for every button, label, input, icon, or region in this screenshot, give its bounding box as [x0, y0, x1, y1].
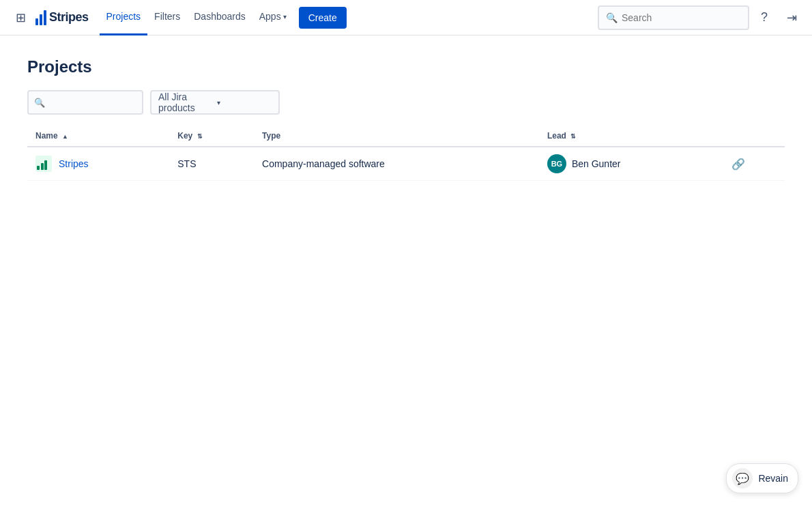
- projects-table: Name ▲ Key ⇅ Type Lead ⇅: [27, 126, 785, 181]
- user-profile-button[interactable]: ⇥: [779, 5, 804, 30]
- filter-row: 🔍 All Jira products ▾: [27, 90, 785, 115]
- cell-name: Stripes: [27, 147, 169, 181]
- filter-search-icon: 🔍: [34, 98, 45, 108]
- apps-grid-icon[interactable]: ⊞: [8, 5, 33, 30]
- cell-link-icon: 🔗: [723, 147, 785, 181]
- search-bar[interactable]: 🔍: [598, 5, 749, 30]
- nav-link-dashboards[interactable]: Dashboards: [187, 0, 252, 35]
- product-filter-dropdown[interactable]: All Jira products ▾: [150, 90, 280, 115]
- nav-link-filters[interactable]: Filters: [147, 0, 187, 35]
- project-icon: [35, 156, 52, 172]
- user-icon: ⇥: [787, 10, 797, 25]
- navbar: ⊞ Stripes Projects Filters Dashboards Ap…: [0, 0, 812, 35]
- col-actions: [723, 126, 785, 147]
- nav-link-apps[interactable]: Apps ▾: [252, 0, 293, 35]
- dropdown-chevron-icon: ▾: [217, 99, 272, 106]
- cell-type: Company-managed software: [254, 147, 539, 181]
- logo-text: Stripes: [49, 10, 89, 25]
- page-title: Projects: [27, 57, 785, 76]
- logo[interactable]: Stripes: [35, 10, 89, 25]
- search-input[interactable]: [622, 12, 741, 23]
- avatar: BG: [547, 154, 566, 173]
- table-body: Stripes STS Company-managed software BG …: [27, 147, 785, 181]
- col-lead: Lead ⇅: [539, 126, 723, 147]
- col-type: Type: [254, 126, 539, 147]
- project-search-bar[interactable]: 🔍: [27, 90, 143, 115]
- table-row: Stripes STS Company-managed software BG …: [27, 147, 785, 181]
- sort-icon-name: ▲: [62, 133, 68, 140]
- nav-link-projects[interactable]: Projects: [100, 0, 148, 35]
- chevron-down-icon: ▾: [283, 13, 287, 20]
- create-button[interactable]: Create: [299, 7, 347, 29]
- sort-icon-key: ⇅: [197, 133, 203, 140]
- lead-name: Ben Gunter: [572, 158, 621, 169]
- cell-key: STS: [169, 147, 254, 181]
- col-key: Key ⇅: [169, 126, 254, 147]
- logo-icon: [35, 10, 46, 25]
- col-name: Name ▲: [27, 126, 169, 147]
- cell-lead: BG Ben Gunter: [539, 147, 723, 181]
- main-content: Projects 🔍 All Jira products ▾ Name ▲ Ke…: [0, 35, 812, 203]
- sort-icon-lead: ⇅: [570, 133, 576, 140]
- project-link[interactable]: Stripes: [59, 158, 89, 169]
- table-header: Name ▲ Key ⇅ Type Lead ⇅: [27, 126, 785, 147]
- help-icon: ?: [761, 10, 768, 25]
- project-link-icon[interactable]: 🔗: [731, 158, 745, 170]
- search-icon: 🔍: [606, 12, 618, 23]
- project-search-input[interactable]: [49, 97, 136, 108]
- help-button[interactable]: ?: [752, 5, 777, 30]
